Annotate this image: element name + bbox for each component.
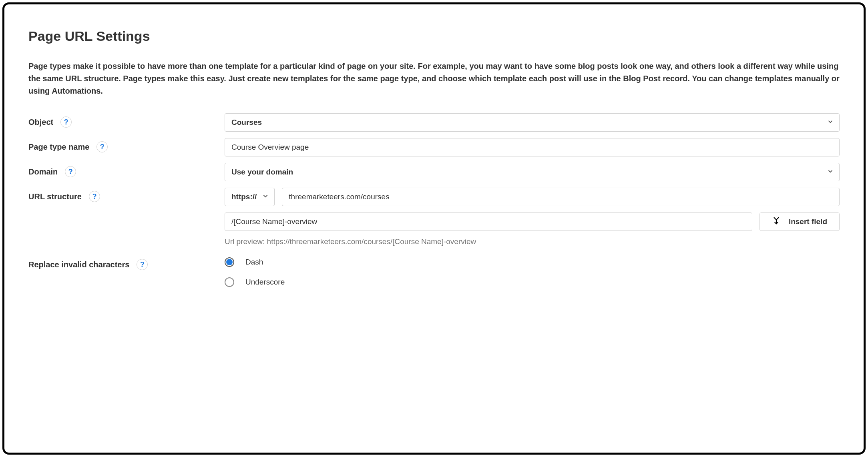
radio-underscore[interactable]: Underscore: [225, 277, 840, 287]
label-col: Replace invalid characters ?: [28, 256, 225, 270]
label-col: URL structure ?: [28, 188, 225, 202]
domain-label: Domain: [28, 167, 58, 176]
label-col: Page type name ?: [28, 138, 225, 152]
object-select-wrap: Courses: [225, 113, 840, 132]
object-select-value: Courses: [231, 118, 262, 127]
row-replace-invalid: Replace invalid characters ? Dash Unders…: [28, 256, 840, 287]
label-col: Object ?: [28, 113, 225, 128]
object-select[interactable]: Courses: [225, 113, 840, 132]
protocol-select-wrap: https://: [225, 188, 275, 206]
insert-field-label: Insert field: [789, 217, 827, 226]
url-pattern-wrap: [225, 212, 752, 231]
page-type-name-label: Page type name: [28, 142, 89, 152]
replace-invalid-radio-group: Dash Underscore: [225, 256, 840, 287]
insert-field-icon: [772, 216, 781, 227]
label-col: Domain ?: [28, 163, 225, 177]
field-col: Dash Underscore: [225, 256, 840, 287]
domain-select-wrap: Use your domain: [225, 163, 840, 181]
row-url-structure: URL structure ? https://: [28, 188, 840, 246]
radio-icon: [225, 257, 234, 267]
url-structure-label: URL structure: [28, 192, 82, 201]
field-col: Use your domain: [225, 163, 840, 181]
row-domain: Domain ? Use your domain: [28, 163, 840, 181]
page-description: Page types make it possible to have more…: [28, 60, 840, 97]
replace-invalid-label: Replace invalid characters: [28, 260, 129, 269]
domain-select-value: Use your domain: [231, 168, 293, 176]
radio-underscore-label: Underscore: [245, 278, 285, 287]
help-icon[interactable]: ?: [96, 141, 108, 152]
url-line-1: https://: [225, 188, 840, 206]
object-label: Object: [28, 118, 53, 127]
page-url-settings-panel: Page URL Settings Page types make it pos…: [2, 2, 866, 455]
help-icon[interactable]: ?: [65, 166, 76, 177]
page-title: Page URL Settings: [28, 28, 840, 44]
radio-icon: [225, 277, 234, 287]
insert-field-button[interactable]: Insert field: [760, 212, 840, 231]
row-page-type-name: Page type name ?: [28, 138, 840, 156]
url-base-input[interactable]: [282, 188, 840, 206]
domain-select[interactable]: Use your domain: [225, 163, 840, 181]
help-icon[interactable]: ?: [89, 191, 100, 202]
row-object: Object ? Courses: [28, 113, 840, 132]
page-type-name-input[interactable]: [225, 138, 840, 156]
protocol-select[interactable]: https://: [225, 188, 275, 206]
protocol-value: https://: [231, 192, 257, 201]
url-preview: Url preview: https://threemarketeers.com…: [225, 237, 840, 246]
radio-dash-label: Dash: [245, 258, 263, 267]
help-icon[interactable]: ?: [60, 116, 72, 128]
field-col: https://: [225, 188, 840, 246]
field-col: Courses: [225, 113, 840, 132]
url-pattern-input[interactable]: [225, 212, 752, 231]
url-preview-value: https://threemarketeers.com/courses/[Cou…: [267, 237, 476, 246]
url-preview-label: Url preview:: [225, 237, 267, 246]
url-line-2: Insert field: [225, 212, 840, 231]
field-col: [225, 138, 840, 156]
radio-dash[interactable]: Dash: [225, 257, 840, 267]
help-icon[interactable]: ?: [137, 259, 148, 270]
